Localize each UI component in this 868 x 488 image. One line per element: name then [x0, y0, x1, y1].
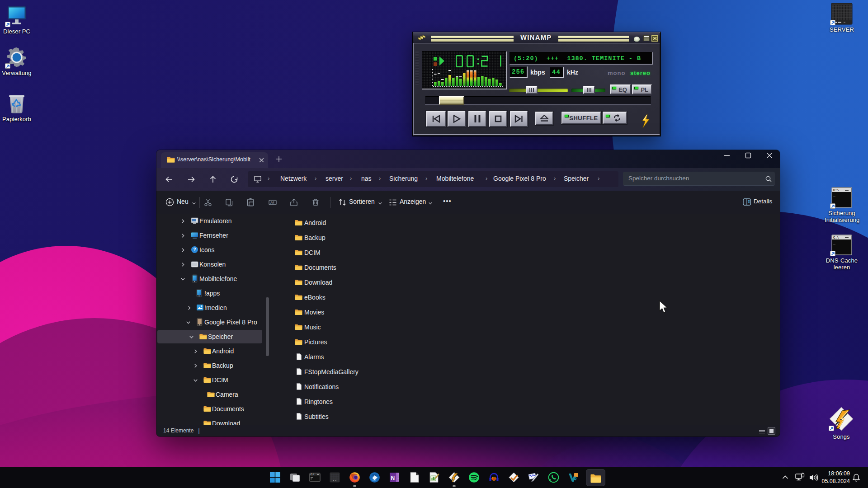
svg-text:N: N [391, 475, 395, 481]
svg-text:?: ? [193, 247, 196, 252]
svg-text:_: _ [833, 193, 835, 197]
svg-text:C:\: C:\ [833, 188, 839, 192]
svg-text:C:\: C:\ [311, 474, 314, 476]
svg-text:_: _ [833, 241, 835, 245]
svg-text:A: A [270, 200, 273, 205]
svg-text:C:\: C:\ [833, 236, 839, 239]
